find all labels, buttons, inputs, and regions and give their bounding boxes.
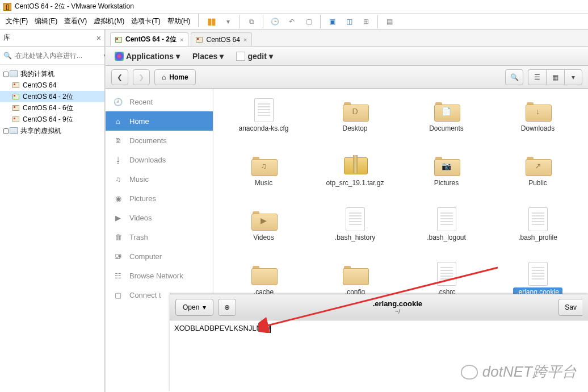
menu-view[interactable]: 查看(V) (61, 14, 90, 28)
pause-icon[interactable]: ▮▮ (203, 14, 219, 30)
snapshot-revert-icon[interactable]: ↶ (284, 14, 300, 30)
tab-active[interactable]: CentOS 64 - 2位 × (110, 32, 188, 46)
gedit-open-button[interactable]: Open▾ (175, 299, 213, 316)
place-recent[interactable]: 🕘Recent (106, 92, 213, 111)
menu-file[interactable]: 文件(F) (2, 14, 31, 28)
gedit-menu[interactable]: gedit ▾ (232, 49, 277, 63)
tab-close-icon[interactable]: × (243, 36, 247, 43)
file-item[interactable]: .bash_profile (493, 206, 582, 257)
place-browse[interactable]: ☷Browse Network (106, 266, 213, 285)
unity-icon[interactable]: ◫ (341, 14, 357, 30)
thumbnail-icon[interactable]: ⊞ (358, 14, 374, 30)
place-videos[interactable]: ▶Videos (106, 208, 213, 227)
gedit-new-button[interactable]: ⊕ (218, 299, 236, 316)
fullscreen-icon[interactable]: ▣ (324, 14, 340, 30)
vm-icon (115, 37, 122, 43)
tree-vm-1[interactable]: CentOS 64 - 2位 (0, 91, 104, 102)
tree-vm-0[interactable]: CentOS 64 (0, 80, 104, 91)
tree-vm-3[interactable]: CentOS 64 - 9位 (0, 114, 104, 125)
files-toolbar: ❮ ❯ ⌂ Home 🔍 ☰ ▦ ▾ (106, 66, 588, 89)
documents-icon: 🗎 (114, 136, 123, 145)
document-icon (528, 262, 548, 286)
document-icon (437, 207, 456, 231)
vm-icon (196, 37, 203, 43)
menu-tabs[interactable]: 选项卡(T) (128, 14, 163, 28)
applications-icon (115, 52, 124, 61)
shared-icon (10, 127, 18, 134)
file-item[interactable]: ♫Music (219, 151, 308, 202)
file-label: Public (525, 178, 551, 187)
connect-icon: ▢ (114, 291, 123, 299)
applications-menu[interactable]: Applications ▾ (110, 49, 184, 63)
sidebar-title: 库 (3, 33, 10, 43)
vm-icon (12, 94, 19, 99)
tree-my-computer[interactable]: ▢ 我的计算机 (0, 68, 104, 80)
folder-icon: D (343, 100, 368, 120)
library-icon[interactable]: ▤ (381, 14, 397, 30)
view-down-button[interactable]: ▾ (564, 69, 582, 85)
document-icon (254, 98, 274, 122)
gedit-save-button[interactable]: Sav (558, 299, 582, 316)
file-item[interactable]: .bash_history (310, 206, 400, 257)
nav-back-button[interactable]: ❮ (111, 69, 128, 85)
search-button[interactable]: 🔍 (505, 69, 523, 85)
file-item[interactable]: 📷Pictures (402, 151, 491, 202)
snapshot-take-icon[interactable]: 🕒 (267, 14, 283, 30)
file-item[interactable]: 📄Documents (402, 97, 491, 148)
file-label: .bash_profile (515, 233, 561, 242)
computer-icon: 🖳 (114, 252, 123, 261)
place-pictures[interactable]: ◉Pictures (106, 189, 213, 208)
file-item[interactable]: anaconda-ks.cfg (219, 97, 308, 148)
window-title: CentOS 64 - 2位 - VMware Workstation (15, 2, 134, 11)
snapshot-icon[interactable]: ⧉ (243, 14, 259, 30)
file-label: Desktop (339, 124, 371, 133)
folder-icon: 📷 (434, 155, 459, 175)
place-downloads[interactable]: ⭳Downloads (106, 150, 213, 169)
nav-forward-button[interactable]: ❯ (133, 69, 150, 85)
tab-close-icon[interactable]: × (180, 36, 183, 43)
videos-icon: ▶ (114, 214, 123, 222)
file-item[interactable]: ↗Public (493, 151, 582, 202)
titlebar: ▯ CentOS 64 - 2位 - VMware Workstation (0, 0, 588, 14)
folder-icon: ▶ (251, 209, 276, 230)
vm-icon (12, 105, 19, 111)
view-grid-button[interactable]: ▦ (546, 69, 564, 85)
place-trash[interactable]: 🗑Trash (106, 227, 213, 247)
place-music[interactable]: ♫Music (106, 169, 213, 189)
gedit-title: .erlang.cookie ~/ (241, 299, 554, 315)
downloads-icon: ⭳ (114, 156, 123, 164)
places-menu[interactable]: Places ▾ (188, 49, 228, 63)
menubar: 文件(F) 编辑(E) 查看(V) 虚拟机(M) 选项卡(T) 帮助(H) ▮▮… (0, 14, 588, 30)
document-icon (346, 207, 365, 231)
file-item[interactable]: ▶Videos (219, 206, 308, 257)
tab-inactive[interactable]: CentOS 64 × (191, 32, 252, 46)
computer-icon (10, 70, 18, 77)
folder-icon: ♫ (251, 155, 276, 175)
place-documents[interactable]: 🗎Documents (106, 131, 213, 150)
breadcrumb-home[interactable]: ⌂ Home (154, 69, 196, 85)
watermark: dotNET跨平台 (461, 362, 577, 382)
vm-icon (12, 82, 19, 88)
menu-edit[interactable]: 编辑(E) (31, 14, 61, 28)
file-item[interactable]: otp_src_19.1.tar.gz (310, 151, 400, 202)
place-computer[interactable]: 🖳Computer (106, 247, 213, 266)
menu-vm[interactable]: 虚拟机(M) (90, 14, 128, 28)
search-input[interactable] (15, 52, 100, 60)
wechat-icon (461, 365, 478, 380)
vm-icon (12, 116, 19, 122)
document-icon (437, 262, 456, 286)
file-label: .bash_logout (423, 233, 469, 242)
trash-icon: 🗑 (114, 233, 123, 241)
sidebar-close-icon[interactable]: × (96, 34, 101, 43)
view-list-button[interactable]: ☰ (528, 69, 546, 85)
place-home[interactable]: ⌂Home (106, 111, 213, 131)
tree-shared[interactable]: ▢ 共享的虚拟机 (0, 125, 104, 136)
snapshot-manage-icon[interactable]: ▢ (301, 14, 317, 30)
file-item[interactable]: DDesktop (310, 97, 400, 148)
file-item[interactable]: ↓Downloads (493, 97, 582, 148)
gnome-topbar: Applications ▾ Places ▾ gedit ▾ (106, 47, 588, 66)
tree-vm-2[interactable]: CentOS 64 - 6位 (0, 102, 104, 114)
file-item[interactable]: .bash_logout (402, 206, 491, 257)
menu-help[interactable]: 帮助(H) (164, 14, 194, 28)
power-dropdown-icon[interactable]: ▾ (220, 14, 236, 30)
